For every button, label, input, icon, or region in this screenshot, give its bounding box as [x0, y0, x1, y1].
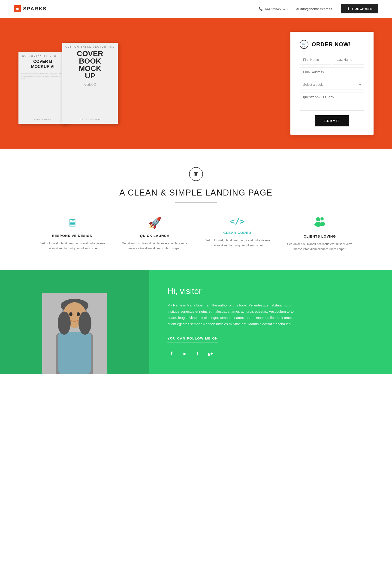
name-row [300, 55, 364, 64]
features-heading: A CLEAN & SIMPLE LANDING PAGE [14, 188, 378, 198]
front-book-label: FRONT COVER [80, 115, 100, 121]
email-icon: ✉ [296, 7, 299, 11]
order-form-container: 🛒 ORDER NOW! Select a book Book 1 Book 2… [290, 32, 374, 135]
header: ▣ SPARKS 📞 +44 12345 678 ✉ info@theme.ex… [0, 0, 392, 18]
feature-quicklaunch-title: QUICK LAUNCH [122, 234, 188, 238]
svg-point-0 [316, 217, 320, 221]
logo-icon: ▣ [14, 5, 21, 12]
order-heading: ORDER NOW! [312, 41, 351, 48]
front-book-top-label: CUSTOMIZABLE VECTOR PSD [65, 45, 115, 48]
email-address: info@theme.express [300, 7, 332, 11]
cart-icon: 🛒 [300, 40, 308, 49]
purchase-button[interactable]: ⬇ PURCHASE [341, 4, 378, 14]
logo: ▣ SPARKS [14, 5, 47, 12]
monitor-icon: 🖥 [39, 217, 106, 229]
order-title: 🛒 ORDER NOW! [300, 40, 364, 49]
features-divider [175, 202, 217, 203]
email-input[interactable] [300, 67, 364, 77]
features-section: ▣ A CLEAN & SIMPLE LANDING PAGE 🖥 RESPON… [0, 149, 392, 270]
front-book-vol: vol.02 [84, 82, 96, 87]
social-icons: f in t g+ [167, 349, 374, 358]
feature-responsive: 🖥 RESPONSIVE DESIGN Sed dolor nisl, blan… [34, 217, 110, 252]
question-row [300, 92, 364, 115]
order-form: Select a book Book 1 Book 2 Book 3 SUBMI… [300, 55, 364, 126]
hero-books: CUSTOMIZABLE VECTOR COVER BMOCKUP VI Lor… [18, 43, 189, 124]
question-textarea[interactable] [300, 92, 364, 111]
header-right: 📞 +44 12345 678 ✉ info@theme.express ⬇ P… [259, 4, 378, 14]
svg-point-9 [69, 312, 72, 316]
back-book-label: BACK COVER [33, 115, 52, 121]
author-image [0, 270, 149, 374]
follow-section: YOU CAN FOLLOW ME ON f in t g+ [167, 336, 374, 358]
author-photo [42, 293, 107, 374]
last-name-input[interactable] [333, 55, 364, 64]
feature-responsive-desc: Sed dolor nisl, blandit nec lacus erat n… [39, 241, 106, 251]
first-name-input[interactable] [300, 55, 331, 64]
svg-point-3 [320, 222, 325, 226]
rocket-icon: 🚀 [122, 217, 188, 229]
features-grid: 🖥 RESPONSIVE DESIGN Sed dolor nisl, blan… [34, 217, 358, 252]
feature-quicklaunch-desc: Sed dolor nisl, blandit nec lacus erat n… [122, 241, 188, 251]
book-icon: ▣ [194, 171, 198, 177]
author-bio: My Name is Maria Doe. I am the author of… [167, 302, 301, 327]
svg-rect-11 [58, 332, 91, 374]
twitter-icon[interactable]: t [193, 349, 202, 358]
feature-clients-title: CLIENTS LOVING [287, 234, 353, 238]
author-section: Hi, visitor My Name is Maria Doe. I am t… [0, 270, 392, 374]
submit-button[interactable]: SUBMIT [315, 115, 349, 126]
email-contact: ✉ info@theme.express [296, 7, 332, 11]
book-select[interactable]: Select a book Book 1 Book 2 Book 3 [300, 80, 364, 90]
feature-cleancoded: </> CLEAN CODED Sed dolor nisl, blandit … [199, 217, 275, 252]
code-icon: </> [204, 217, 271, 226]
phone-contact: 📞 +44 12345 678 [259, 7, 288, 11]
users-icon [287, 217, 353, 230]
author-greeting: Hi, visitor [167, 286, 374, 296]
hero-section: CUSTOMIZABLE VECTOR COVER BMOCKUP VI Lor… [0, 18, 392, 149]
download-icon: ⬇ [347, 7, 350, 11]
header-contact: 📞 +44 12345 678 ✉ info@theme.express [259, 7, 332, 11]
logo-text: SPARKS [23, 6, 47, 12]
feature-cleancoded-title: CLEAN CODED [204, 231, 271, 235]
phone-number: +44 12345 678 [264, 7, 288, 11]
front-book: CUSTOMIZABLE VECTOR PSD COVERBOOKMOCKUP … [62, 43, 118, 124]
feature-clients: CLIENTS LOVING Sed dolor nisl, blandit n… [282, 217, 358, 252]
feature-responsive-title: RESPONSIVE DESIGN [39, 234, 106, 238]
book-select-wrapper: Select a book Book 1 Book 2 Book 3 [300, 80, 364, 90]
back-book-subtitle: COVER BMOCKUP VI [31, 59, 55, 69]
follow-label: YOU CAN FOLLOW ME ON [167, 336, 218, 343]
svg-point-12 [58, 312, 71, 335]
feature-clients-desc: Sed dolor nisl, blandit nec lacus erat n… [287, 241, 353, 252]
feature-cleancoded-desc: Sed dolor nisl, blandit nec lacus erat n… [204, 238, 271, 248]
linkedin-icon[interactable]: in [180, 349, 189, 358]
phone-icon: 📞 [259, 7, 263, 11]
facebook-icon[interactable]: f [167, 349, 176, 358]
front-book-title: COVERBOOKMOCKUP [77, 50, 103, 79]
svg-point-13 [79, 312, 91, 335]
svg-point-10 [77, 312, 80, 316]
feature-quicklaunch: 🚀 QUICK LAUNCH Sed dolor nisl, blandit n… [117, 217, 193, 252]
back-book-body: Lorem ipsum dolor sit amet consectetur a… [21, 73, 64, 79]
google-plus-icon[interactable]: g+ [206, 349, 214, 358]
back-book: CUSTOMIZABLE VECTOR COVER BMOCKUP VI Lor… [18, 52, 67, 124]
purchase-label: PURCHASE [352, 7, 372, 11]
back-book-top-label: CUSTOMIZABLE VECTOR [22, 55, 63, 57]
email-row [300, 67, 364, 77]
svg-point-1 [321, 217, 324, 221]
submit-label: SUBMIT [324, 119, 340, 123]
author-content: Hi, visitor My Name is Maria Doe. I am t… [149, 270, 392, 374]
features-section-icon: ▣ [189, 167, 203, 181]
